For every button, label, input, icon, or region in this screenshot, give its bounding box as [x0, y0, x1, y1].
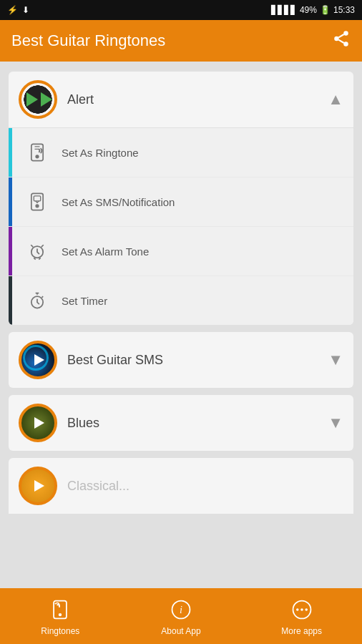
- accent-ringtone: [9, 128, 12, 177]
- status-right-icons: ▋▋▋▋ 49% 🔋 15:33: [271, 5, 355, 15]
- ringtone-title-sms: Best Guitar SMS: [67, 353, 328, 368]
- svg-point-13: [59, 613, 62, 616]
- svg-point-8: [36, 205, 39, 208]
- ringtone-title-partial: Classical...: [67, 479, 343, 494]
- card-best-guitar-sms: Best Guitar SMS ▼: [9, 332, 353, 388]
- sub-label-timer: Set Timer: [62, 295, 107, 307]
- status-bar: ⚡ ⬇ ▋▋▋▋ 49% 🔋 15:33: [0, 0, 362, 20]
- bottom-nav: Ringtones i About App More apps: [0, 588, 362, 644]
- timer-icon: [23, 286, 52, 315]
- ringtone-icon: [23, 138, 52, 167]
- about-nav-label: About App: [161, 626, 200, 636]
- battery-icon: 🔋: [320, 5, 331, 15]
- ringtone-row-blues[interactable]: Blues ▼: [9, 395, 353, 451]
- more-nav-icon: [288, 596, 315, 623]
- thumb-partial: [19, 467, 57, 505]
- svg-point-2: [343, 42, 348, 47]
- svg-point-18: [300, 608, 303, 611]
- accent-timer: [9, 276, 12, 325]
- sub-items-alert: Set As Ringtone Set As SMS/Notification: [9, 127, 353, 325]
- alarm-icon: [23, 237, 52, 265]
- nav-item-ringtones[interactable]: Ringtones: [0, 596, 121, 636]
- accent-alarm: [9, 227, 12, 275]
- status-left-icons: ⚡ ⬇: [7, 5, 29, 15]
- play-icon-partial: [34, 480, 44, 492]
- thumb-sms: [19, 341, 57, 379]
- svg-point-0: [343, 31, 348, 36]
- usb-icon: ⚡: [7, 5, 18, 15]
- ringtones-nav-icon: [47, 596, 74, 623]
- battery-percent: 49%: [300, 5, 317, 15]
- accent-sms: [9, 177, 12, 226]
- svg-point-19: [305, 608, 308, 611]
- chevron-blues[interactable]: ▼: [328, 414, 343, 432]
- share-icon[interactable]: [332, 29, 351, 52]
- app-title: Best Guitar Ringtones: [11, 31, 165, 50]
- ringtones-nav-label: Ringtones: [41, 626, 79, 636]
- sub-label-sms: Set As SMS/Notification: [62, 196, 175, 208]
- play-icon-blues: [34, 417, 44, 429]
- main-content: Alert ▲ Set As Ringtone: [0, 62, 362, 588]
- sub-item-alarm[interactable]: Set As Alarm Tone: [9, 227, 353, 276]
- svg-line-4: [338, 34, 343, 37]
- signal-icon: ▋▋▋▋: [271, 5, 297, 15]
- sub-item-ringtone[interactable]: Set As Ringtone: [9, 128, 353, 177]
- card-alert: Alert ▲ Set As Ringtone: [9, 72, 353, 325]
- sub-item-sms[interactable]: Set As SMS/Notification: [9, 177, 353, 227]
- more-nav-label: More apps: [281, 626, 322, 636]
- chevron-alert[interactable]: ▲: [328, 90, 343, 109]
- ringtone-row-alert[interactable]: Alert ▲: [9, 72, 353, 127]
- ringtone-title-blues: Blues: [67, 416, 328, 431]
- nav-item-about[interactable]: i About App: [121, 596, 242, 636]
- svg-point-6: [36, 155, 39, 158]
- svg-point-17: [296, 608, 299, 611]
- card-blues: Blues ▼: [9, 395, 353, 451]
- sub-item-timer[interactable]: Set Timer: [9, 276, 353, 325]
- card-partial: Classical...: [9, 458, 353, 514]
- download-icon: ⬇: [22, 5, 29, 15]
- ringtone-row-sms[interactable]: Best Guitar SMS ▼: [9, 332, 353, 388]
- about-nav-icon: i: [167, 596, 195, 623]
- nav-item-more[interactable]: More apps: [241, 596, 362, 636]
- thumb-alert: [19, 80, 57, 119]
- app-bar: Best Guitar Ringtones: [0, 20, 362, 62]
- sub-label-alarm: Set As Alarm Tone: [62, 245, 149, 258]
- play-icon-alert: [26, 92, 38, 107]
- ringtone-title-alert: Alert: [67, 92, 328, 107]
- time: 15:33: [333, 5, 355, 15]
- svg-point-1: [334, 36, 339, 42]
- svg-rect-9: [34, 196, 40, 201]
- sub-label-ringtone: Set As Ringtone: [62, 147, 139, 159]
- svg-text:i: i: [180, 604, 182, 615]
- thumb-blues: [19, 404, 57, 442]
- ringtone-row-partial[interactable]: Classical...: [9, 458, 353, 514]
- svg-line-3: [338, 40, 343, 43]
- sms-icon: [23, 187, 52, 216]
- chevron-sms[interactable]: ▼: [328, 351, 343, 369]
- play-icon-sms: [34, 354, 44, 366]
